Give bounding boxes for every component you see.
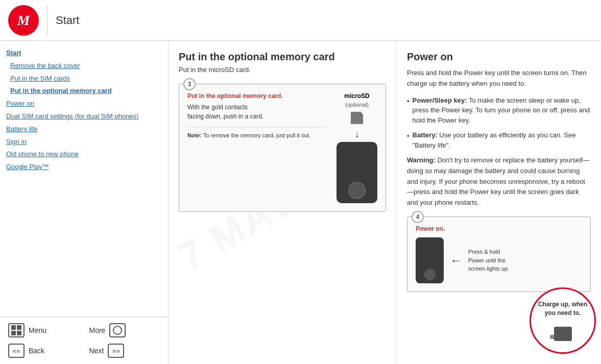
sidebar-item-put-sim[interactable]: Put in the SIM cards [4,72,164,85]
bottom-bar: Menu More «« Back Next »» [0,317,168,364]
menu-icon [8,323,25,337]
menu-button[interactable]: Menu [4,321,83,339]
left-panel-title: Put in the optional memory card [179,51,386,63]
content-area: 7 MAY 2014 Put in the optional memory ca… [169,41,601,364]
header-divider [47,5,47,36]
more-button[interactable]: More [85,321,164,339]
back-icon: «« [8,344,25,358]
next-button[interactable]: Next »» [85,342,164,360]
sidebar-nav: StartRemove the back coverPut in the SIM… [0,47,168,174]
sidebar-item-old-phone[interactable]: Old phone to new phone [4,148,164,161]
bullet-battery: • Battery: Use your battery as efficient… [407,130,591,150]
charge-text-line2: you need to. [545,309,581,318]
diagram-note: Note: To remove the memory card, just pu… [187,127,326,139]
logo-letter: M [17,12,30,29]
power-instructions: Press & holdPower until thescreen lights… [468,248,509,273]
diagram-right: microSD (optional) ↓ [336,92,377,203]
phone-diagram [336,142,377,203]
diagram-text: Put in the optional memory card. With th… [187,92,326,139]
power-diagram-inner: ← Press & holdPower until thescreen ligh… [416,237,582,283]
diagram-title: Put in the optional memory card. [187,92,326,100]
sidebar-item-remove-back-cover[interactable]: Remove the back cover [4,60,164,72]
back-label: Back [29,347,44,355]
circle-icon [113,326,122,335]
left-panel-subtitle: Put in the microSD card. [179,66,386,74]
charger-body [554,327,572,341]
right-panel-title: Power on [407,51,591,63]
bullet-battery-text: Battery: Use your battery as efficiently… [413,130,591,150]
memory-card-diagram: 3 Put in the optional memory card. With … [179,84,386,212]
sidebar: StartRemove the back coverPut in the SIM… [0,41,169,364]
diagram-content: Put in the optional memory card. With th… [187,92,377,203]
next-label: Next [89,347,104,355]
charger-icon [550,321,575,341]
right-panel: Power on Press and hold the Power key un… [397,41,601,364]
power-arrow-icon: ← [450,253,462,268]
main-layout: StartRemove the back coverPut in the SIM… [0,41,601,364]
back-button[interactable]: «« Back [4,342,83,360]
sidebar-item-google-play[interactable]: Google Play™ [4,161,164,174]
step-badge-4: 4 [412,211,424,223]
sidebar-item-sign-in[interactable]: Sign in [4,136,164,149]
power-phone-diagram [416,237,444,283]
charge-callout: Charge up, when you need to. [530,287,596,354]
microsd-sub: (optional) [345,102,369,108]
more-label: More [89,326,106,334]
sidebar-item-put-memory[interactable]: Put in the optional memory card [4,85,164,98]
power-diagram-title: Power on. [416,225,582,232]
bullet-dot-2: • [407,131,410,150]
left-panel: 7 MAY 2014 Put in the optional memory ca… [169,41,397,364]
arrow-down-icon: ↓ [354,128,359,140]
charge-text-line1: Charge up, when [538,300,588,309]
next-icon: »» [108,344,124,358]
bullet-power-text: Power/Sleep key: To make the screen slee… [413,95,591,126]
sidebar-item-start[interactable]: Start [4,47,164,60]
sidebar-item-power-on[interactable]: Power on [4,98,164,110]
diagram-instruction: With the gold contacts facing down, push… [187,103,326,121]
sidebar-item-dual-sim[interactable]: Dual SIM card settings (for dual SIM pho… [4,110,164,123]
more-icon [109,323,126,337]
intro-text: Press and hold the Power key until the s… [407,68,591,89]
bullet-power-sleep: • Power/Sleep key: To make the screen sl… [407,95,591,126]
power-on-diagram: 4 Power on. ← Press & holdPower until th… [407,216,591,292]
menu-label: Menu [29,326,46,334]
microsd-icon [351,112,363,124]
microsd-label: microSD [344,92,369,100]
bullet-dot-1: • [407,96,410,126]
page-title: Start [56,14,79,27]
warning-text: Warning: Don't try to remove or replace … [407,155,591,208]
header: M Start [0,0,601,41]
motorola-logo: M [8,5,39,36]
sidebar-item-battery-life[interactable]: Battery life [4,123,164,136]
step-badge-3: 3 [183,78,196,90]
grid-icon [11,325,21,335]
